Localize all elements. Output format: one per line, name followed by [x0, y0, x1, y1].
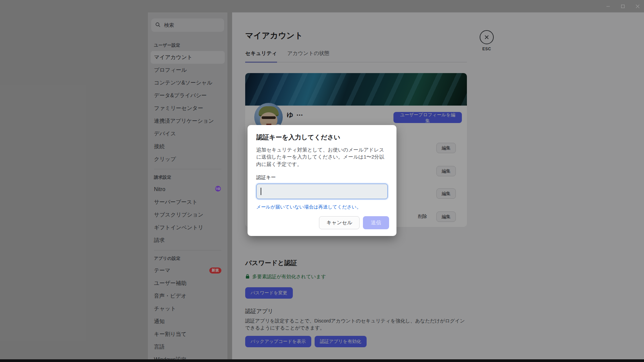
discord-settings-window: 検索 ユーザー設定マイアカウントプロフィールコンテンツ&ソーシャルデータ&プライ… — [0, 0, 644, 362]
cancel-button[interactable]: キャンセル — [319, 216, 360, 229]
dialog-title: 認証キーを入力してください — [256, 133, 388, 142]
dialog-body: 追加セキュリティ対策として、お使いのメールアドレスに送信したキーを入力してくださ… — [256, 146, 388, 168]
submit-button[interactable]: 送信 — [363, 216, 389, 229]
verification-key-input[interactable] — [256, 184, 388, 199]
verification-key-label: 認証キー — [256, 174, 388, 181]
verification-key-dialog: 認証キーを入力してください 追加セキュリティ対策として、お使いのメールアドレスに… — [248, 125, 396, 236]
dialog-footer: キャンセル 送信 — [319, 216, 389, 229]
resend-email-link[interactable]: メールが届いていない場合は再送してください。 — [256, 204, 388, 210]
text-caret — [261, 188, 261, 195]
